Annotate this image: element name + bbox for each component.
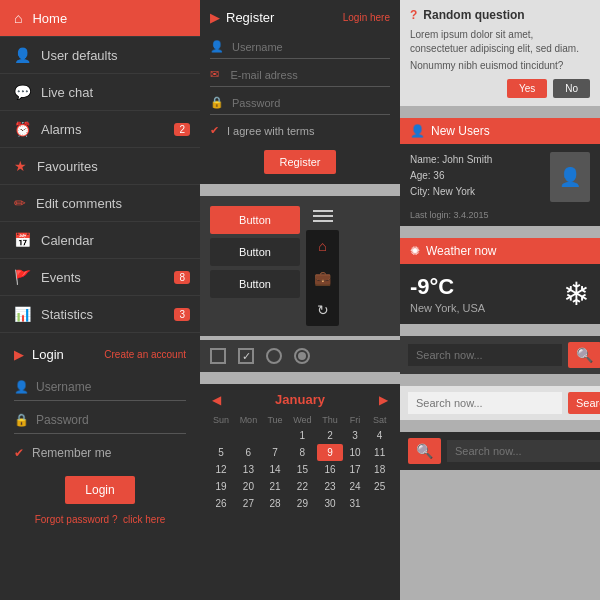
forgot-link[interactable]: click here [123,514,165,525]
calendar-day[interactable]: 2 [317,427,342,444]
calendar-day[interactable]: 31 [343,495,368,512]
calendar-grid: Sun Mon Tue Wed Thu Fri Sat 123456789101… [208,413,392,512]
buttons-section: Button Button Button ⌂ 💼 ↻ [200,196,400,336]
nu-header: 👤 New Users [400,118,600,144]
login-title-text: Login [32,347,64,362]
calendar-day[interactable]: 25 [367,478,392,495]
search-icon-button-3[interactable]: 🔍 [408,438,441,464]
register-login-link[interactable]: Login here [343,12,390,23]
checkbox-checked[interactable] [238,348,254,364]
nav-home[interactable]: ⌂ Home [0,0,200,37]
calendar-section: ◀ January ▶ Sun Mon Tue Wed Thu Fri Sat … [200,384,400,600]
calendar-day[interactable]: 6 [234,444,263,461]
calendar-day[interactable]: 10 [343,444,368,461]
rq-no-button[interactable]: No [553,79,590,98]
cal-next-arrow[interactable]: ▶ [375,393,392,407]
cal-day-thu: Thu [317,413,342,427]
rq-yes-button[interactable]: Yes [507,79,547,98]
calendar-day[interactable]: 22 [287,478,317,495]
search-text-button[interactable]: Search [568,392,600,414]
search-icon-button-1[interactable]: 🔍 [568,342,600,368]
calendar-day[interactable]: 8 [287,444,317,461]
calendar-day[interactable]: 3 [343,427,368,444]
calendar-day[interactable]: 11 [367,444,392,461]
nav-live-chat[interactable]: 💬 Live chat [0,74,200,111]
calendar-day[interactable]: 9 [317,444,342,461]
checkbox-unchecked[interactable] [210,348,226,364]
nu-user-icon: 👤 [410,124,425,138]
calendar-day[interactable]: 20 [234,478,263,495]
button-2[interactable]: Button [210,238,300,266]
check-icon: ✔ [14,446,24,460]
weather-location: New York, USA [410,302,485,314]
calendar-day[interactable]: 19 [208,478,234,495]
calendar-day[interactable]: 12 [208,461,234,478]
calendar-day[interactable]: 4 [367,427,392,444]
radio-filled[interactable] [294,348,310,364]
calendar-day[interactable]: 7 [263,444,288,461]
calendar-day[interactable]: 15 [287,461,317,478]
nav-events-label: Events [41,270,81,285]
calendar-day[interactable]: 5 [208,444,234,461]
nav-statistics[interactable]: 📊 Statistics 3 [0,296,200,333]
create-account-link[interactable]: Create an account [104,349,186,360]
calendar-day[interactable]: 21 [263,478,288,495]
nav-favourites[interactable]: ★ Favourites [0,148,200,185]
nav-home-label: Home [32,11,67,26]
calendar-day[interactable]: 27 [234,495,263,512]
calendar-day[interactable]: 14 [263,461,288,478]
nu-body: Name: John Smith Age: 36 City: New York … [400,144,600,210]
register-title-text: Register [226,10,274,25]
weather-header: ✺ Weather now [400,238,600,264]
nav-alarms[interactable]: ⏰ Alarms 2 [0,111,200,148]
register-section: ▶ Register Login here 👤 ✉ 🔒 ✔ I agree wi… [200,0,400,184]
hamburger-menu[interactable] [313,210,333,222]
cal-day-sat: Sat [367,413,392,427]
nav-edit-comments[interactable]: ✏ Edit comments [0,185,200,222]
calendar-day[interactable]: 30 [317,495,342,512]
calendar-day[interactable]: 24 [343,478,368,495]
password-input[interactable] [36,413,186,427]
reg-password-row: 🔒 [210,91,390,115]
calendar-day[interactable]: 28 [263,495,288,512]
reg-user-icon: 👤 [210,40,224,53]
calendar-day[interactable]: 23 [317,478,342,495]
refresh-sidebar-icon[interactable]: ↻ [313,298,333,322]
login-button[interactable]: Login [65,476,134,504]
search-input-1[interactable] [408,344,562,366]
search-section-1: 🔍 [400,336,600,374]
cal-day-wed: Wed [287,413,317,427]
red-button[interactable]: Button [210,206,300,234]
search-input-3[interactable] [447,440,600,462]
button-3[interactable]: Button [210,270,300,298]
middle-panel: ▶ Register Login here 👤 ✉ 🔒 ✔ I agree wi… [200,0,400,600]
cal-prev-arrow[interactable]: ◀ [208,393,225,407]
nav-user-defaults[interactable]: 👤 User defaults [0,37,200,74]
left-panel: ⌂ Home 👤 User defaults 💬 Live chat ⏰ Ala… [0,0,200,600]
briefcase-sidebar-icon[interactable]: 💼 [310,266,335,290]
home-sidebar-icon[interactable]: ⌂ [314,234,330,258]
calendar-day[interactable]: 17 [343,461,368,478]
calendar-day[interactable]: 1 [287,427,317,444]
calendar-day[interactable]: 18 [367,461,392,478]
calendar-day[interactable]: 26 [208,495,234,512]
calendar-day[interactable]: 16 [317,461,342,478]
nav-calendar[interactable]: 📅 Calendar [0,222,200,259]
reg-username-input[interactable] [232,41,390,53]
radio-unchecked[interactable] [266,348,282,364]
reg-email-input[interactable] [230,69,390,81]
register-button[interactable]: Register [264,150,337,174]
reg-username-row: 👤 [210,35,390,59]
calendar-day[interactable]: 29 [287,495,317,512]
reg-password-input[interactable] [232,97,390,109]
hamburger-line-1 [313,210,333,212]
username-input[interactable] [36,380,186,394]
calendar-day[interactable]: 13 [234,461,263,478]
calendar-day [263,427,288,444]
nav-events[interactable]: 🚩 Events 8 [0,259,200,296]
weather-body: -9°C New York, USA ❄ [400,264,600,324]
random-question-section: ? Random question Lorem ipsum dolor sit … [400,0,600,106]
alarms-badge: 2 [174,123,190,136]
forgot-label: Forgot password ? [35,514,118,525]
search-input-2[interactable] [408,392,562,414]
